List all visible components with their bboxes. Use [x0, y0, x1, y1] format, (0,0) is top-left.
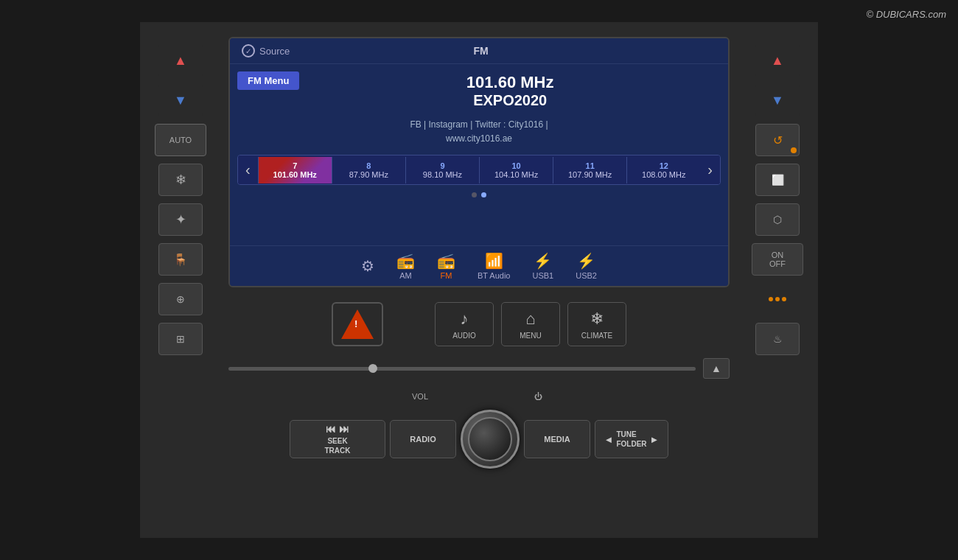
front-defrost-button[interactable]: ⬡ — [755, 203, 800, 236]
preset-row: ‹ 7 101.60 MHz 8 87.90 MHz 9 98.10 MHz — [237, 155, 721, 185]
page-dot-2 — [481, 192, 486, 197]
tune-folder-inner: ◄ TUNEFOLDER ► — [604, 430, 660, 449]
seat-icon-button[interactable]: 🪑 — [158, 243, 203, 276]
preset-freq-4: 104.10 MHz — [483, 170, 550, 179]
watermark: © DUBICARS.com — [866, 9, 946, 20]
fm-menu-button[interactable]: FM Menu — [237, 71, 299, 90]
preset-num-2: 8 — [335, 161, 402, 170]
source-bt-audio[interactable]: 📶 BT Audio — [478, 252, 510, 280]
preset-6[interactable]: 12 108.00 MHz — [626, 157, 700, 183]
seat-control-button[interactable]: ⊞ — [158, 323, 203, 355]
right-panel: ▲ ▼ ↺ ⬜ ⬡ ON OFF — [737, 22, 818, 538]
page-dots — [472, 192, 486, 197]
slider-thumb[interactable] — [368, 364, 377, 373]
preset-freq-2: 87.90 MHz — [335, 170, 402, 179]
screen-body: FM Menu 101.60 MHz EXPO2020 FB | Instagr… — [230, 64, 728, 245]
main-unit: ▲ ▼ AUTO ❄ ✦ 🪑 ⊕ ⊞ — [140, 22, 818, 538]
preset-3[interactable]: 9 98.10 MHz — [405, 157, 479, 183]
preset-next-button[interactable]: › — [700, 155, 720, 184]
settings-icon-button[interactable]: ⚙ — [361, 257, 374, 275]
vol-label-row: VOL ⏻ — [228, 389, 730, 404]
preset-freq-3: 98.10 MHz — [409, 170, 476, 179]
source-fm[interactable]: 📻 FM — [437, 252, 455, 280]
page-dot-1 — [472, 192, 477, 197]
bottom-buttons-row: ⏮ ⏭ SEEKTRACK RADIO MEDIA — [228, 405, 730, 476]
hazard-button[interactable]: ! — [332, 302, 383, 346]
amber-indicator — [791, 147, 797, 153]
preset-5[interactable]: 11 107.90 MHz — [553, 157, 626, 183]
preset-num-6: 12 — [630, 161, 697, 170]
auto-button[interactable]: AUTO — [155, 124, 206, 156]
amber-dots-display — [755, 283, 800, 315]
controls-area: ! ♪ AUDIO ⌂ MENU ❄ CLIMATE — [228, 295, 730, 476]
center-content: ✓ Source FM FM Menu 101.60 MHz EXPO2020 … — [221, 22, 737, 538]
amber-dot-1 — [769, 297, 773, 301]
preset-freq-1: 101.60 MHz — [262, 170, 329, 179]
amber-dot-2 — [775, 297, 780, 301]
seat-heat-button[interactable]: ⊕ — [158, 283, 203, 315]
source-usb2[interactable]: ⚡ USB2 — [576, 252, 597, 280]
preset-num-3: 9 — [409, 161, 476, 170]
volume-knob-inner — [468, 417, 512, 461]
screen-header: ✓ Source FM — [230, 38, 728, 64]
source-bar: ⚙ 📻 AM 📻 FM 📶 BT Audio ⚡ USB1 — [230, 245, 728, 286]
preset-2[interactable]: 8 87.90 MHz — [332, 157, 405, 183]
preset-freq-5: 107.90 MHz — [556, 170, 623, 179]
recirculate-button[interactable]: ↺ — [755, 124, 800, 156]
right-temp-up-button[interactable]: ▲ — [755, 44, 800, 77]
cd-slot-row: ▲ — [228, 355, 730, 382]
power-icon: ⏻ — [523, 392, 553, 401]
temp-up-button[interactable]: ▲ — [158, 44, 203, 77]
source-circle-icon: ✓ — [242, 44, 255, 57]
amber-dot-3 — [782, 297, 786, 301]
eject-button[interactable]: ▲ — [703, 358, 730, 379]
temp-down-button[interactable]: ▼ — [158, 84, 203, 116]
slider-track — [228, 367, 696, 371]
media-button[interactable]: MEDIA — [524, 420, 590, 458]
seek-track-button[interactable]: ⏮ ⏭ SEEKTRACK — [290, 420, 385, 458]
hazard-triangle-icon: ! — [341, 309, 374, 339]
volume-knob[interactable] — [461, 410, 520, 469]
climate-button[interactable]: ❄ CLIMATE — [567, 302, 626, 346]
station-name-display: EXPO2020 — [299, 92, 721, 109]
source-selector[interactable]: ✓ Source — [242, 44, 290, 57]
infotainment-screen: ✓ Source FM FM Menu 101.60 MHz EXPO2020 … — [228, 37, 730, 287]
preset-freq-6: 108.00 MHz — [630, 170, 697, 179]
fan2-icon-button[interactable]: ✦ — [158, 203, 203, 236]
seek-track-label: SEEKTRACK — [325, 436, 351, 455]
preset-1[interactable]: 7 101.60 MHz — [258, 157, 332, 183]
radio-button[interactable]: RADIO — [390, 420, 456, 458]
left-panel: ▲ ▼ AUTO ❄ ✦ 🪑 ⊕ ⊞ — [140, 22, 221, 538]
source-am[interactable]: 📻 AM — [396, 252, 415, 280]
tune-folder-button[interactable]: ◄ TUNEFOLDER ► — [595, 420, 668, 458]
preset-num-5: 11 — [556, 161, 623, 170]
preset-prev-button[interactable]: ‹ — [238, 155, 258, 184]
preset-num-1: 7 — [262, 161, 329, 170]
right-temp-down-button[interactable]: ▼ — [755, 84, 800, 116]
ac-on-off-button[interactable]: ON OFF — [752, 243, 803, 276]
screen-mode-title: FM — [473, 45, 488, 57]
right-seat-heat-button[interactable]: ♨ — [755, 323, 800, 355]
station-info: FB | Instagram | Twitter : City1016 | ww… — [410, 118, 548, 146]
preset-num-4: 10 — [483, 161, 550, 170]
seek-arrows-icon: ⏮ ⏭ — [326, 423, 349, 435]
source-usb1[interactable]: ⚡ USB1 — [532, 252, 553, 280]
preset-4[interactable]: 10 104.10 MHz — [479, 157, 553, 183]
vol-label: VOL — [405, 392, 435, 401]
menu-button[interactable]: ⌂ MENU — [501, 302, 560, 346]
audio-button[interactable]: ♪ AUDIO — [435, 302, 494, 346]
rear-defrost-button[interactable]: ⬜ — [755, 164, 800, 196]
frequency-display: 101.60 MHz — [299, 73, 721, 92]
fan-icon-button[interactable]: ❄ — [158, 164, 203, 196]
top-controls-row: ! ♪ AUDIO ⌂ MENU ❄ CLIMATE — [228, 295, 730, 351]
